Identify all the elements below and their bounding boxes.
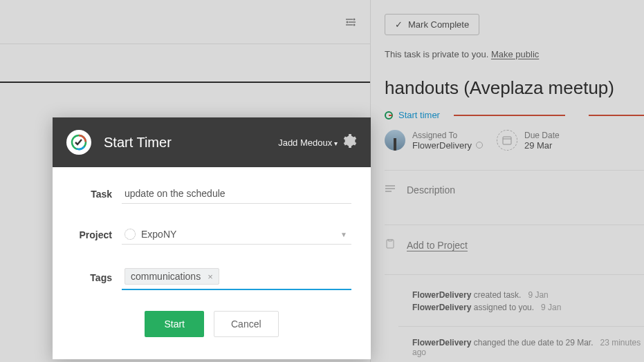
privacy-notice: This task is private to you. Make public	[385, 49, 644, 59]
svg-point-0	[353, 19, 356, 21]
assignee-avatar	[385, 130, 405, 151]
start-button[interactable]: Start	[145, 311, 204, 337]
svg-point-2	[353, 24, 356, 26]
timer-icon	[385, 111, 393, 120]
project-icon	[125, 229, 136, 240]
start-timer-modal: Start Timer Jadd Medoux Task update on t…	[53, 117, 371, 359]
tag-remove-icon[interactable]: ×	[208, 272, 213, 282]
due-date[interactable]: Due Date 29 Mar	[497, 130, 560, 151]
assigned-label: Assigned To	[412, 131, 483, 140]
description-section[interactable]: Description	[385, 170, 644, 205]
description-icon	[385, 184, 396, 196]
calendar-icon	[497, 130, 517, 151]
settings-gear-icon[interactable]	[343, 134, 357, 151]
status-indicator	[476, 142, 483, 149]
svg-point-1	[347, 21, 349, 23]
accent-line	[589, 115, 644, 116]
check-icon: ✓	[395, 19, 403, 30]
tags-field-label: Tags	[72, 272, 122, 283]
content-divider	[0, 82, 370, 83]
add-to-project-section[interactable]: Add to Project	[385, 225, 644, 260]
user-dropdown[interactable]: Jadd Medoux	[278, 137, 338, 148]
task-meta-row: Assigned To FlowerDelivery Due Date 29 M…	[385, 130, 644, 151]
main-header	[0, 0, 370, 44]
modal-actions: Start Cancel	[72, 311, 351, 337]
task-field-label: Task	[72, 189, 122, 200]
assigned-to[interactable]: Assigned To FlowerDelivery	[385, 130, 483, 151]
task-title: handouts (Aveplaza meetup)	[385, 77, 644, 99]
description-label: Description	[407, 184, 455, 196]
project-field-label: Project	[72, 229, 122, 240]
mark-complete-label: Mark Complete	[408, 19, 469, 30]
task-input[interactable]: update on the schedule	[122, 184, 351, 204]
project-field-row: Project ExpoNY ▼	[72, 225, 351, 245]
activity-separator	[398, 326, 644, 327]
due-value: 29 Mar	[524, 140, 560, 151]
mark-complete-button[interactable]: ✓ Mark Complete	[385, 14, 479, 35]
project-select[interactable]: ExpoNY ▼	[122, 225, 351, 245]
due-label: Due Date	[524, 131, 560, 140]
task-detail-panel: ✓ Mark Complete This task is private to …	[370, 0, 644, 362]
add-to-project-link[interactable]: Add to Project	[407, 240, 468, 251]
svg-rect-3	[503, 137, 511, 144]
accent-line	[454, 115, 565, 116]
chevron-down-icon: ▼	[340, 231, 347, 238]
tag-label: communications	[131, 271, 201, 282]
activity-entry: FlowerDelivery created task.9 Jan	[385, 289, 644, 301]
assigned-value: FlowerDelivery	[412, 140, 472, 151]
filter-icon[interactable]	[345, 17, 356, 30]
tags-field-row: Tags communications ×	[72, 265, 351, 290]
tag-chip: communications ×	[125, 268, 219, 285]
make-public-link[interactable]: Make public	[491, 49, 539, 59]
modal-title: Start Timer	[104, 135, 278, 151]
timer-row: Start timer	[385, 110, 644, 120]
start-timer-link[interactable]: Start timer	[398, 110, 440, 120]
modal-header: Start Timer Jadd Medoux	[53, 117, 371, 167]
cancel-button[interactable]: Cancel	[214, 311, 279, 337]
tags-input[interactable]: communications ×	[122, 265, 351, 290]
privacy-text: This task is private to you.	[385, 49, 491, 59]
activity-log: FlowerDelivery created task.9 Jan Flower…	[385, 274, 644, 359]
activity-entry: FlowerDelivery assigned to you.9 Jan	[385, 301, 644, 314]
clipboard-icon	[385, 239, 396, 251]
activity-entry: FlowerDelivery changed the due date to 2…	[385, 336, 644, 359]
modal-body: Task update on the schedule Project Expo…	[53, 167, 371, 359]
task-field-row: Task update on the schedule	[72, 184, 351, 204]
app-logo-icon	[66, 130, 91, 155]
